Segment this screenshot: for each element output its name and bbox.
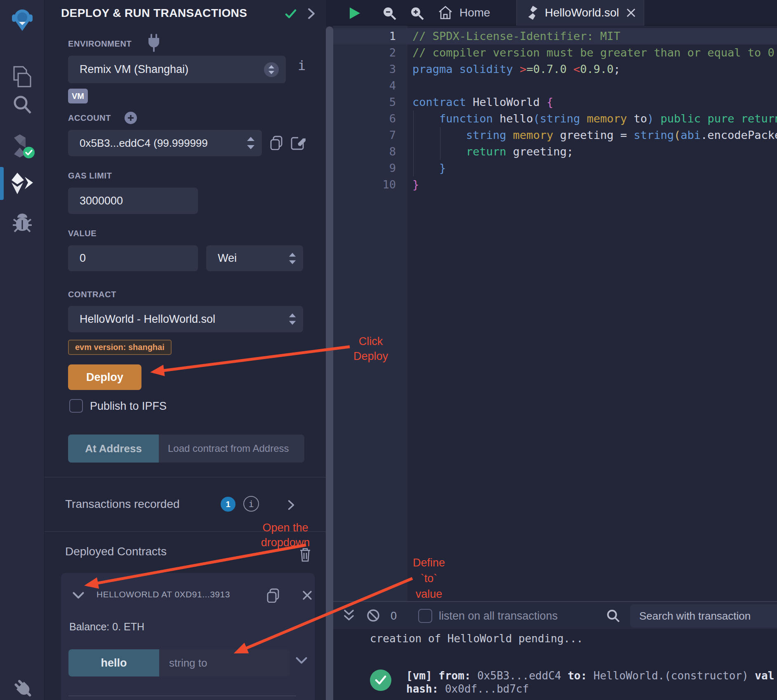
pending-tx-count: 0 xyxy=(391,602,397,630)
hello-expand-chevron-icon[interactable] xyxy=(295,656,308,666)
solidity-compiler-icon[interactable] xyxy=(10,134,35,159)
file-explorer-icon[interactable] xyxy=(10,64,35,89)
deployed-contracts-title: Deployed Contracts xyxy=(65,545,167,558)
code-line: 8 return greeting; xyxy=(333,143,777,160)
account-select[interactable]: 0x5B3...eddC4 (99.999999 xyxy=(68,130,262,156)
panel-ok-check-icon xyxy=(285,8,297,20)
account-stepper-icon xyxy=(246,136,255,150)
hello-function-button[interactable]: hello xyxy=(68,649,159,677)
code-line: 6 function hello(string memory to) publi… xyxy=(333,110,777,127)
search-icon[interactable] xyxy=(10,92,35,117)
at-address-input[interactable] xyxy=(159,435,304,463)
code-line: 4 xyxy=(333,78,777,94)
indent-guide xyxy=(440,127,440,160)
vm-badge: VM xyxy=(68,89,88,103)
contract-expand-chevron-icon[interactable] xyxy=(72,590,85,600)
environment-value: Remix VM (Shanghai) xyxy=(68,63,264,76)
contract-stepper-icon xyxy=(288,312,297,326)
publish-ipfs-checkbox[interactable] xyxy=(69,399,83,413)
clear-terminal-icon[interactable] xyxy=(366,608,380,622)
environment-select[interactable]: Remix VM (Shanghai) xyxy=(68,56,286,83)
plugin-manager-plug-icon[interactable] xyxy=(10,675,35,700)
code-line: 5contract HelloWorld { xyxy=(333,94,777,110)
contract-select[interactable]: HelloWorld - HelloWorld.sol xyxy=(68,306,303,332)
terminal-search-icon xyxy=(606,609,620,623)
terminal-panel: 0 listen on all transactions creation of… xyxy=(333,601,777,700)
publish-ipfs-label: Publish to IPFS xyxy=(90,400,167,413)
clear-deployed-trash-icon[interactable] xyxy=(298,547,312,562)
tab-helloworld-label: HelloWorld.sol xyxy=(545,6,619,19)
add-account-icon[interactable] xyxy=(124,111,137,124)
at-address-button[interactable]: At Address xyxy=(68,435,159,463)
environment-label: ENVIRONMENT xyxy=(68,39,132,49)
icon-sidebar xyxy=(0,0,45,700)
tx-success-check-icon xyxy=(370,669,391,691)
environment-stepper-icon xyxy=(264,62,279,78)
value-label: VALUE xyxy=(68,229,97,238)
remix-logo-icon[interactable] xyxy=(10,7,35,32)
run-script-play-icon[interactable] xyxy=(348,7,361,20)
terminal-search-input[interactable] xyxy=(630,604,777,627)
zoom-in-icon[interactable] xyxy=(410,6,424,21)
deployed-contract-name: HELLOWORLD AT 0XD91...3913 xyxy=(97,590,230,599)
contract-value: HelloWorld - HelloWorld.sol xyxy=(68,313,288,326)
tab-helloworld[interactable]: HelloWorld.sol xyxy=(516,0,644,26)
indent-guide xyxy=(413,110,414,176)
terminal-tx-hash-line: hash: 0x0df...bd7cf xyxy=(406,683,529,695)
code-line: 7 string memory greeting = string(abi.en… xyxy=(333,127,777,143)
terminal-header: 0 listen on all transactions xyxy=(333,601,777,629)
copy-account-icon[interactable] xyxy=(269,135,283,150)
environment-info-icon[interactable]: i xyxy=(298,58,306,73)
value-unit-select[interactable]: Wei xyxy=(206,245,303,271)
hello-to-input[interactable] xyxy=(159,649,290,677)
zoom-out-icon[interactable] xyxy=(382,6,397,21)
contract-balance: Balance: 0. ETH xyxy=(69,621,144,633)
value-input[interactable] xyxy=(68,245,198,271)
tab-home-label: Home xyxy=(459,6,490,19)
deployed-contract-card: HELLOWORLD AT 0XD91...3913 Balance: 0. E… xyxy=(61,573,315,700)
transactions-info-icon[interactable]: i xyxy=(243,496,259,512)
editor-tabbar: Home HelloWorld.sol xyxy=(333,0,777,26)
solidity-file-icon xyxy=(527,6,538,20)
account-label: ACCOUNT xyxy=(68,113,111,123)
gas-limit-label: GAS LIMIT xyxy=(68,171,112,181)
debugger-icon[interactable] xyxy=(10,211,35,236)
card-divider xyxy=(68,695,296,696)
listen-transactions-checkbox[interactable] xyxy=(418,609,432,623)
code-line: 3pragma solidity >=0.7.0 <0.9.0; xyxy=(333,61,777,78)
section-divider xyxy=(45,531,326,532)
deploy-and-run-icon[interactable] xyxy=(10,171,35,196)
active-plugin-indicator xyxy=(0,167,4,200)
environment-plug-icon xyxy=(147,34,161,52)
terminal-pending-line: creation of HelloWorld pending... xyxy=(370,632,583,645)
tab-home[interactable]: Home xyxy=(429,0,514,26)
deploy-run-panel: DEPLOY & RUN TRANSACTIONS ENVIRONMENT Re… xyxy=(45,0,326,700)
transactions-recorded-label: Transactions recorded xyxy=(65,498,180,511)
section-divider xyxy=(45,477,326,477)
dragbar-cap xyxy=(326,0,333,26)
code-line: 10} xyxy=(333,176,777,193)
contract-label: CONTRACT xyxy=(68,290,116,299)
listen-transactions-label: listen on all transactions xyxy=(439,602,558,630)
transactions-count-badge: 1 xyxy=(221,497,235,512)
panel-resize-handle[interactable] xyxy=(326,26,333,700)
home-icon xyxy=(438,5,453,20)
code-line: 1// SPDX-License-Identifier: MIT xyxy=(333,28,777,45)
terminal-tx-line[interactable]: [vm] from: 0x5B3...eddC4 to: HelloWorld.… xyxy=(406,669,774,682)
gas-limit-input[interactable] xyxy=(68,188,198,214)
close-tab-icon[interactable] xyxy=(626,8,636,17)
transactions-expand-chevron-icon[interactable] xyxy=(287,498,295,512)
panel-collapse-chevron-icon[interactable] xyxy=(307,7,316,20)
deploy-button[interactable]: Deploy xyxy=(68,364,141,390)
copy-contract-address-icon[interactable] xyxy=(266,588,280,603)
value-unit-stepper-icon xyxy=(288,252,297,265)
code-lines: 1// SPDX-License-Identifier: MIT2// comp… xyxy=(333,28,777,193)
remove-contract-icon[interactable] xyxy=(302,590,312,600)
edit-account-icon[interactable] xyxy=(291,135,306,150)
code-line: 9 } xyxy=(333,160,777,176)
value-unit: Wei xyxy=(206,252,288,265)
account-value: 0x5B3...eddC4 (99.999999 xyxy=(68,137,246,150)
code-line: 2// compiler version must be greater tha… xyxy=(333,45,777,61)
remix-ide-window: DEPLOY & RUN TRANSACTIONS ENVIRONMENT Re… xyxy=(0,0,777,700)
terminal-collapse-double-chevron-icon[interactable] xyxy=(342,609,356,623)
